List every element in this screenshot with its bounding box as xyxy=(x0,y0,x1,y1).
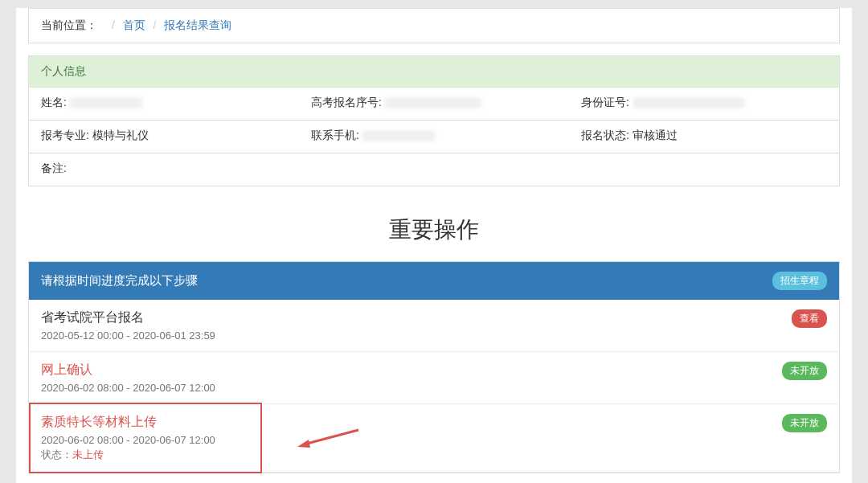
status-value: 审核通过 xyxy=(633,129,678,141)
step-item-online-confirm: 网上确认 2020-06-02 08:00 - 2020-06-07 12:00… xyxy=(29,352,839,404)
exam-no-value-blurred xyxy=(385,97,481,108)
step-name: 素质特长等材料上传 xyxy=(41,414,782,431)
steps-header: 请根据时间进度完成以下步骤 招生章程 xyxy=(29,262,839,300)
exam-no-label: 高考报名序号: xyxy=(311,96,382,108)
step-time: 2020-06-02 08:00 - 2020-06-07 12:00 xyxy=(41,434,782,446)
step-content: 省考试院平台报名 2020-05-12 00:00 - 2020-06-01 2… xyxy=(41,309,792,342)
id-value-blurred xyxy=(633,97,745,108)
steps-panel: 请根据时间进度完成以下步骤 招生章程 省考试院平台报名 2020-05-12 0… xyxy=(28,261,840,473)
remark-cell: 备注: xyxy=(29,153,839,186)
highlighted-step-wrapper: 素质特长等材料上传 2020-06-02 08:00 - 2020-06-07 … xyxy=(29,404,839,473)
info-row: 报考专业: 模特与礼仪 联系手机: 报名状态: 审核通过 xyxy=(29,121,839,153)
not-open-badge: 未开放 xyxy=(782,414,827,432)
step-content: 素质特长等材料上传 2020-06-02 08:00 - 2020-06-07 … xyxy=(41,414,782,462)
steps-header-title: 请根据时间进度完成以下步骤 xyxy=(41,273,198,289)
step-item-platform-registration: 省考试院平台报名 2020-05-12 00:00 - 2020-06-01 2… xyxy=(29,300,839,352)
id-cell: 身份证号: xyxy=(569,88,839,120)
not-open-badge: 未开放 xyxy=(782,362,827,380)
exam-no-cell: 高考报名序号: xyxy=(299,88,569,120)
step-status-label: 状态： xyxy=(41,448,72,460)
info-row: 备注: xyxy=(29,153,839,186)
breadcrumb-label: 当前位置： xyxy=(41,18,97,31)
step-item-material-upload: 素质特长等材料上传 2020-06-02 08:00 - 2020-06-07 … xyxy=(29,404,839,473)
breadcrumb-sep: / xyxy=(154,18,157,31)
name-value-blurred xyxy=(70,97,142,108)
remark-label: 备注: xyxy=(41,162,67,174)
step-name: 省考试院平台报名 xyxy=(41,309,792,326)
major-value: 模特与礼仪 xyxy=(92,129,149,141)
step-status-value: 未上传 xyxy=(72,448,104,460)
step-time: 2020-05-12 00:00 - 2020-06-01 23:59 xyxy=(41,330,792,342)
breadcrumb: 当前位置： / 首页 / 报名结果查询 xyxy=(28,8,840,43)
personal-info-header: 个人信息 xyxy=(29,56,839,88)
status-label: 报名状态: xyxy=(581,129,629,141)
breadcrumb-home[interactable]: 首页 xyxy=(123,18,145,31)
breadcrumb-current[interactable]: 报名结果查询 xyxy=(164,18,231,31)
status-cell: 报名状态: 审核通过 xyxy=(569,121,839,153)
step-time: 2020-06-02 08:00 - 2020-06-07 12:00 xyxy=(41,382,782,394)
id-label: 身份证号: xyxy=(581,96,629,108)
step-content: 网上确认 2020-06-02 08:00 - 2020-06-07 12:00 xyxy=(41,362,782,394)
view-button[interactable]: 查看 xyxy=(792,309,827,328)
info-row: 姓名: 高考报名序号: 身份证号: xyxy=(29,88,839,121)
name-label: 姓名: xyxy=(41,96,67,108)
phone-value-blurred xyxy=(362,130,435,141)
phone-label: 联系手机: xyxy=(311,129,359,141)
breadcrumb-sep: / xyxy=(112,18,115,31)
name-cell: 姓名: xyxy=(29,88,299,120)
major-cell: 报考专业: 模特与礼仪 xyxy=(29,121,299,153)
admission-guide-button[interactable]: 招生章程 xyxy=(772,272,827,290)
section-title: 重要操作 xyxy=(16,199,852,261)
phone-cell: 联系手机: xyxy=(299,121,569,153)
major-label: 报考专业: xyxy=(41,129,89,141)
personal-info-panel: 个人信息 姓名: 高考报名序号: 身份证号: 报考专业: 模特与礼仪 联系手机: xyxy=(28,55,840,186)
step-name: 网上确认 xyxy=(41,362,782,379)
step-status: 状态：未上传 xyxy=(41,448,782,462)
